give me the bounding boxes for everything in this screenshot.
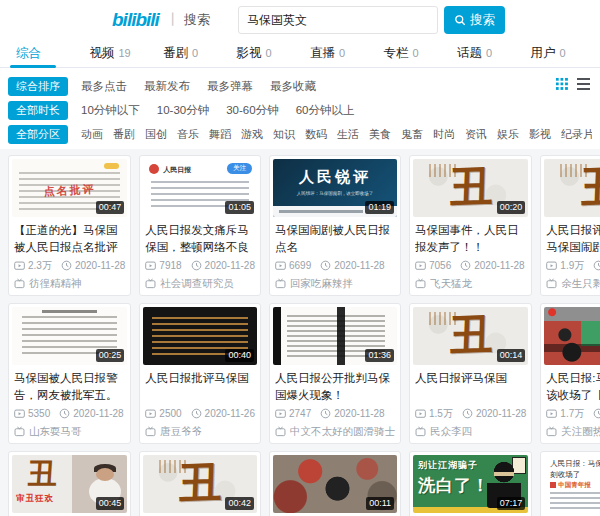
video-card[interactable]: 01:36 人民日报公开批判马保国爆火现象！ 2747 2020-11-28 (269, 303, 401, 444)
results-area: 00:47 点名批评 【正道的光】马保国被人民日报点名批评 2.3万 2020-… (0, 149, 600, 516)
filter-option[interactable]: 最多收藏 (270, 79, 316, 94)
filter-category-button[interactable]: 全部时长 (8, 101, 68, 120)
video-thumbnail[interactable]: 00:10 丑 (544, 159, 600, 217)
filter-option[interactable]: 鬼畜 (401, 127, 423, 142)
video-card[interactable]: 00:40 人民日报批评马保国 2500 2020-11-26 (139, 303, 261, 444)
video-card[interactable]: 01:05 人民日报关注 人民日报发文痛斥马保国，整顿网络不良风气 7918 2… (139, 155, 261, 296)
video-uploader[interactable]: 中文不太好的圆滑骑士 (273, 425, 397, 438)
tab-综合[interactable]: 综合 (6, 40, 80, 67)
view-count: 6699 (289, 260, 311, 271)
video-card[interactable]: 00:11 马保国闹剧，是时候该收场了 (269, 451, 401, 516)
filter-category-button[interactable]: 全部分区 (8, 125, 68, 144)
filter-option[interactable]: 时尚 (433, 127, 455, 142)
video-card[interactable]: 00:47 点名批评 【正道的光】马保国被人民日报点名批评 2.3万 2020-… (8, 155, 131, 296)
video-card[interactable]: 01:12 人民日报：马保国闹剧，该立刻收场了中国青年报 人民日报：马保国闹剧，… (540, 451, 600, 516)
video-card[interactable]: 00:25 马保国被人民日报警告，网友被批军五。支持人民日 5350 2020-… (8, 303, 131, 444)
video-uploader[interactable]: 山东耍马哥 (12, 425, 127, 438)
filter-option[interactable]: 最新发布 (144, 79, 190, 94)
video-title[interactable]: 人民日报发文痛斥马保国，整顿网络不良风气 (145, 222, 255, 255)
video-uploader[interactable]: 民众李四 (413, 425, 528, 438)
bilibili-logo[interactable]: bilibili (112, 9, 159, 31)
filter-option[interactable]: 纪录片 (561, 127, 592, 142)
video-title[interactable]: 【正道的光】马保国被人民日报点名批评 (14, 222, 125, 255)
filter-option[interactable]: 10分钟以下 (81, 103, 140, 118)
video-thumbnail[interactable]: 01:12 人民日报：马保国闹剧，该立刻收场了中国青年报 (544, 455, 600, 513)
filter-option[interactable]: 60分钟以上 (296, 103, 355, 118)
list-view-icon[interactable] (577, 78, 590, 90)
filter-option[interactable]: 番剧 (113, 127, 135, 142)
filter-option[interactable]: 舞蹈 (209, 127, 231, 142)
video-thumbnail[interactable]: 00:45 丑审丑狂欢 (12, 455, 127, 513)
video-thumbnail[interactable]: 00:25 (12, 307, 127, 365)
video-thumbnail[interactable]: 01:05 人民日报关注 (143, 159, 257, 217)
filter-option[interactable]: 娱乐 (497, 127, 519, 142)
video-card[interactable]: 00:42 丑 人民日报 锐评 —马保国闹剧该收场了 (139, 451, 261, 516)
play-count-icon (546, 260, 557, 271)
filter-option[interactable]: 数码 (305, 127, 327, 142)
video-title[interactable]: 马保国被人民日报警告，网友被批军五。支持人民日 (14, 370, 125, 403)
tab-影视[interactable]: 影视0 (227, 40, 301, 67)
video-title[interactable]: 人民日报:马保国闹剧该收场了【人民日报评马保国：哗 (546, 370, 600, 403)
video-stats: 1.5万 2020-11-28 (413, 407, 528, 420)
video-title[interactable]: 人民日报批评马保国 (145, 370, 255, 403)
tab-番剧[interactable]: 番剧0 (153, 40, 227, 67)
video-thumbnail[interactable]: 00:20 丑 (413, 159, 528, 217)
video-uploader[interactable]: 飞天猛龙 (413, 277, 528, 290)
video-thumbnail[interactable]: 00:11 (273, 455, 397, 513)
tab-直播[interactable]: 直播0 (300, 40, 374, 67)
video-card[interactable]: 01:25 人民日报:马保国闹剧该收场了【人民日报评马保国：哗 1.7万 202… (540, 303, 600, 444)
thumbnail-text: 人民锐评：马保国闹剧，该立即收场了 (279, 190, 391, 195)
video-thumbnail[interactable]: 00:47 点名批评 (12, 159, 127, 217)
filter-option[interactable]: 30-60分钟 (226, 103, 278, 118)
video-title[interactable]: 人民日报公开批判马保国爆火现象！ (275, 370, 395, 403)
filter-option[interactable]: 动画 (81, 127, 103, 142)
tab-视频[interactable]: 视频19 (80, 40, 154, 67)
video-uploader[interactable]: 回家吃麻辣拌 (273, 277, 397, 290)
video-card[interactable]: 00:10 丑 人民日报评马保国：马保国闹剧，请立即收场 1.9万 2020-1… (540, 155, 600, 296)
uploader-tv-icon (415, 278, 426, 289)
publish-date: 2020-11-28 (75, 260, 125, 271)
video-card[interactable]: 00:45 丑审丑狂欢 人民日报发文批“马保国闹剧”：哗众取宠，招摇撞骗 (8, 451, 131, 516)
filter-option[interactable]: 影视 (529, 127, 551, 142)
video-thumbnail[interactable]: 01:19 人民锐评人民锐评：马保国闹剧，该立即收场了 (273, 159, 397, 217)
filter-option[interactable]: 游戏 (241, 127, 263, 142)
video-uploader[interactable]: 唐豆爷爷 (143, 425, 257, 438)
video-card[interactable]: 00:20 丑 马保国事件，人民日报发声了！！ 7056 2020-11-28 (409, 155, 532, 296)
video-card[interactable]: 01:19 人民锐评人民锐评：马保国闹剧，该立即收场了 马保国闹剧被人民日报点名… (269, 155, 401, 296)
video-thumbnail[interactable]: 00:40 (143, 307, 257, 365)
clock-icon (593, 408, 600, 419)
tab-专栏[interactable]: 专栏0 (374, 40, 448, 67)
filter-option[interactable]: 生活 (337, 127, 359, 142)
video-uploader[interactable]: 彷徨精精神 (12, 277, 127, 290)
video-title[interactable]: 马保国事件，人民日报发声了！！ (415, 222, 526, 255)
video-thumbnail[interactable]: 07:17 别让江湖骗子洗白了！ (413, 455, 528, 513)
filter-option[interactable]: 最多弹幕 (207, 79, 253, 94)
video-card[interactable]: 00:14 丑 人民日报评马保国 1.5万 2020-11-28 (409, 303, 532, 444)
video-thumbnail[interactable]: 01:25 (544, 307, 600, 365)
video-thumbnail[interactable]: 00:14 丑 (413, 307, 528, 365)
video-title[interactable]: 人民日报评马保国：马保国闹剧，请立即收场 (546, 222, 600, 255)
search-button[interactable]: 搜索 (444, 6, 505, 34)
video-uploader[interactable]: 关注圈热点 (544, 425, 600, 438)
video-title[interactable]: 人民日报评马保国 (415, 370, 526, 403)
filter-option[interactable]: 10-30分钟 (157, 103, 209, 118)
video-uploader[interactable]: 社会调查研究员 (143, 277, 257, 290)
tab-话题[interactable]: 话题0 (447, 40, 521, 67)
filter-option[interactable]: 国创 (145, 127, 167, 142)
video-thumbnail[interactable]: 00:42 丑 (143, 455, 257, 513)
grid-view-icon[interactable] (555, 77, 568, 90)
video-uploader[interactable]: 余生只剩频波了 (544, 277, 600, 290)
search-input[interactable] (238, 6, 438, 34)
video-title[interactable]: 马保国闹剧被人民日报点名 (275, 222, 395, 255)
tab-用户[interactable]: 用户0 (521, 40, 595, 67)
filter-option[interactable]: 知识 (273, 127, 295, 142)
tab-label: 综合 (16, 46, 41, 60)
filter-option[interactable]: 美食 (369, 127, 391, 142)
filter-option[interactable]: 资讯 (465, 127, 487, 142)
thumbnail-text: 丑 (544, 163, 600, 211)
filter-option[interactable]: 最多点击 (81, 79, 127, 94)
video-thumbnail[interactable]: 01:36 (273, 307, 397, 365)
filter-category-button[interactable]: 综合排序 (8, 77, 68, 96)
video-card[interactable]: 07:17 别让江湖骗子洗白了！ 这次别让江湖骗子洗白了【快评】 (409, 451, 532, 516)
filter-option[interactable]: 音乐 (177, 127, 199, 142)
